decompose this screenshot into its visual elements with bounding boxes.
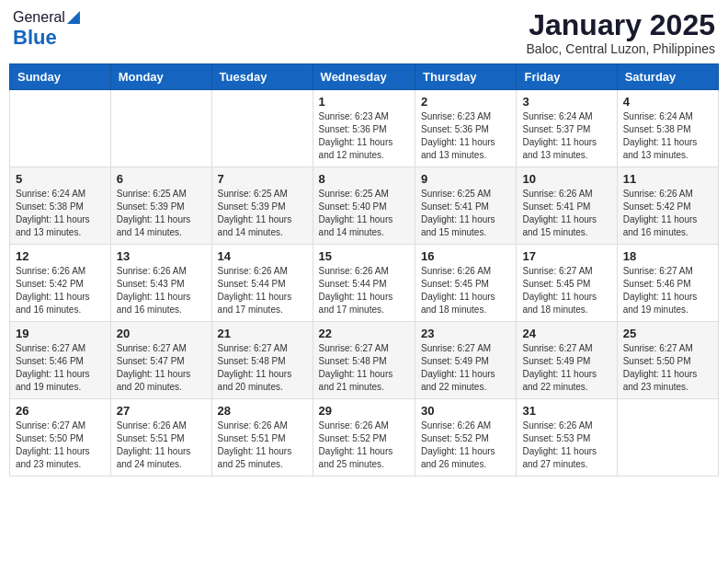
day-info: Sunrise: 6:27 AM Sunset: 5:49 PM Dayligh… [421, 342, 510, 394]
day-number: 5 [16, 172, 105, 186]
calendar-cell: 26Sunrise: 6:27 AM Sunset: 5:50 PM Dayli… [10, 399, 111, 477]
calendar-cell: 23Sunrise: 6:27 AM Sunset: 5:49 PM Dayli… [415, 322, 517, 399]
calendar-week-row: 12Sunrise: 6:26 AM Sunset: 5:42 PM Dayli… [10, 245, 719, 322]
calendar-week-row: 1Sunrise: 6:23 AM Sunset: 5:36 PM Daylig… [10, 90, 719, 167]
day-number: 2 [421, 95, 510, 109]
day-info: Sunrise: 6:24 AM Sunset: 5:38 PM Dayligh… [623, 110, 712, 162]
page-subtitle: Baloc, Central Luzon, Philippines [527, 41, 715, 56]
calendar-cell: 4Sunrise: 6:24 AM Sunset: 5:38 PM Daylig… [617, 90, 718, 167]
day-number: 18 [623, 249, 712, 263]
day-info: Sunrise: 6:25 AM Sunset: 5:39 PM Dayligh… [218, 188, 307, 239]
calendar-cell: 22Sunrise: 6:27 AM Sunset: 5:48 PM Dayli… [313, 322, 415, 399]
page-title: January 2025 [527, 9, 715, 41]
day-info: Sunrise: 6:24 AM Sunset: 5:37 PM Dayligh… [522, 110, 610, 162]
day-number: 13 [117, 249, 206, 263]
day-info: Sunrise: 6:27 AM Sunset: 5:49 PM Dayligh… [522, 342, 610, 394]
calendar-cell: 27Sunrise: 6:26 AM Sunset: 5:51 PM Dayli… [110, 399, 211, 477]
day-number: 7 [218, 172, 307, 186]
day-number: 1 [319, 95, 409, 109]
day-number: 6 [117, 172, 206, 186]
calendar-cell: 15Sunrise: 6:26 AM Sunset: 5:44 PM Dayli… [313, 245, 415, 322]
calendar-cell: 7Sunrise: 6:25 AM Sunset: 5:39 PM Daylig… [211, 167, 313, 245]
logo: General Blue [13, 9, 80, 50]
day-number: 15 [319, 249, 409, 263]
day-number: 11 [623, 172, 712, 186]
day-number: 20 [117, 327, 206, 340]
day-number: 31 [522, 404, 610, 418]
calendar-cell: 10Sunrise: 6:26 AM Sunset: 5:41 PM Dayli… [517, 167, 617, 245]
day-number: 23 [421, 327, 510, 340]
calendar-cell: 18Sunrise: 6:27 AM Sunset: 5:46 PM Dayli… [617, 245, 718, 322]
calendar-week-row: 26Sunrise: 6:27 AM Sunset: 5:50 PM Dayli… [10, 399, 719, 477]
day-info: Sunrise: 6:27 AM Sunset: 5:45 PM Dayligh… [522, 265, 610, 316]
calendar-header-friday: Friday [517, 64, 617, 90]
day-info: Sunrise: 6:23 AM Sunset: 5:36 PM Dayligh… [319, 110, 409, 162]
day-info: Sunrise: 6:25 AM Sunset: 5:40 PM Dayligh… [319, 188, 409, 239]
day-number: 8 [319, 172, 409, 186]
day-number: 26 [16, 404, 105, 418]
calendar-cell [110, 90, 211, 167]
calendar-header-monday: Monday [110, 64, 211, 90]
day-info: Sunrise: 6:26 AM Sunset: 5:41 PM Dayligh… [522, 188, 610, 239]
day-info: Sunrise: 6:26 AM Sunset: 5:43 PM Dayligh… [117, 265, 206, 316]
calendar-cell: 14Sunrise: 6:26 AM Sunset: 5:44 PM Dayli… [211, 245, 313, 322]
day-number: 10 [522, 172, 610, 186]
calendar-cell: 24Sunrise: 6:27 AM Sunset: 5:49 PM Dayli… [517, 322, 617, 399]
calendar-cell: 28Sunrise: 6:26 AM Sunset: 5:51 PM Dayli… [211, 399, 313, 477]
logo-blue-text: Blue [13, 26, 57, 50]
day-info: Sunrise: 6:27 AM Sunset: 5:50 PM Dayligh… [623, 342, 712, 394]
calendar-cell: 21Sunrise: 6:27 AM Sunset: 5:48 PM Dayli… [211, 322, 313, 399]
day-number: 4 [623, 95, 712, 109]
calendar-cell: 2Sunrise: 6:23 AM Sunset: 5:36 PM Daylig… [415, 90, 517, 167]
calendar-header-thursday: Thursday [415, 64, 517, 90]
day-number: 16 [421, 249, 510, 263]
day-info: Sunrise: 6:26 AM Sunset: 5:51 PM Dayligh… [218, 419, 307, 471]
calendar-header-tuesday: Tuesday [211, 64, 313, 90]
day-number: 3 [522, 95, 610, 109]
calendar-cell: 6Sunrise: 6:25 AM Sunset: 5:39 PM Daylig… [110, 167, 211, 245]
calendar-cell: 29Sunrise: 6:26 AM Sunset: 5:52 PM Dayli… [313, 399, 415, 477]
day-info: Sunrise: 6:27 AM Sunset: 5:48 PM Dayligh… [319, 342, 409, 394]
day-info: Sunrise: 6:25 AM Sunset: 5:41 PM Dayligh… [421, 188, 510, 239]
title-block: January 2025 Baloc, Central Luzon, Phili… [527, 9, 715, 56]
calendar-cell: 17Sunrise: 6:27 AM Sunset: 5:45 PM Dayli… [517, 245, 617, 322]
day-number: 22 [319, 327, 409, 340]
day-info: Sunrise: 6:27 AM Sunset: 5:48 PM Dayligh… [218, 342, 307, 394]
calendar-cell: 8Sunrise: 6:25 AM Sunset: 5:40 PM Daylig… [313, 167, 415, 245]
day-info: Sunrise: 6:24 AM Sunset: 5:38 PM Dayligh… [16, 188, 105, 239]
calendar-header-wednesday: Wednesday [313, 64, 415, 90]
day-info: Sunrise: 6:27 AM Sunset: 5:46 PM Dayligh… [16, 342, 105, 394]
logo-general-text: General [13, 9, 65, 26]
day-number: 28 [218, 404, 307, 418]
calendar-cell: 5Sunrise: 6:24 AM Sunset: 5:38 PM Daylig… [10, 167, 111, 245]
day-info: Sunrise: 6:27 AM Sunset: 5:46 PM Dayligh… [623, 265, 712, 316]
day-number: 19 [16, 327, 105, 340]
calendar-cell: 3Sunrise: 6:24 AM Sunset: 5:37 PM Daylig… [517, 90, 617, 167]
calendar-cell: 9Sunrise: 6:25 AM Sunset: 5:41 PM Daylig… [415, 167, 517, 245]
day-number: 21 [218, 327, 307, 340]
day-number: 24 [522, 327, 610, 340]
logo-triangle-icon [67, 11, 80, 24]
day-number: 30 [421, 404, 510, 418]
day-info: Sunrise: 6:26 AM Sunset: 5:51 PM Dayligh… [117, 419, 206, 471]
day-info: Sunrise: 6:26 AM Sunset: 5:44 PM Dayligh… [218, 265, 307, 316]
day-info: Sunrise: 6:26 AM Sunset: 5:52 PM Dayligh… [319, 419, 409, 471]
calendar-cell [211, 90, 313, 167]
calendar-table: SundayMondayTuesdayWednesdayThursdayFrid… [9, 63, 719, 477]
day-number: 25 [623, 327, 712, 340]
day-info: Sunrise: 6:26 AM Sunset: 5:42 PM Dayligh… [16, 265, 105, 316]
calendar-header-sunday: Sunday [10, 64, 111, 90]
calendar-cell: 12Sunrise: 6:26 AM Sunset: 5:42 PM Dayli… [10, 245, 111, 322]
day-number: 17 [522, 249, 610, 263]
calendar-cell: 11Sunrise: 6:26 AM Sunset: 5:42 PM Dayli… [617, 167, 718, 245]
calendar-header-saturday: Saturday [617, 64, 718, 90]
day-number: 12 [16, 249, 105, 263]
day-number: 9 [421, 172, 510, 186]
day-number: 29 [319, 404, 409, 418]
day-info: Sunrise: 6:26 AM Sunset: 5:53 PM Dayligh… [522, 419, 610, 471]
calendar-cell: 19Sunrise: 6:27 AM Sunset: 5:46 PM Dayli… [10, 322, 111, 399]
day-info: Sunrise: 6:26 AM Sunset: 5:52 PM Dayligh… [421, 419, 510, 471]
calendar-header-row: SundayMondayTuesdayWednesdayThursdayFrid… [10, 64, 719, 90]
calendar-cell: 1Sunrise: 6:23 AM Sunset: 5:36 PM Daylig… [313, 90, 415, 167]
day-info: Sunrise: 6:26 AM Sunset: 5:45 PM Dayligh… [421, 265, 510, 316]
